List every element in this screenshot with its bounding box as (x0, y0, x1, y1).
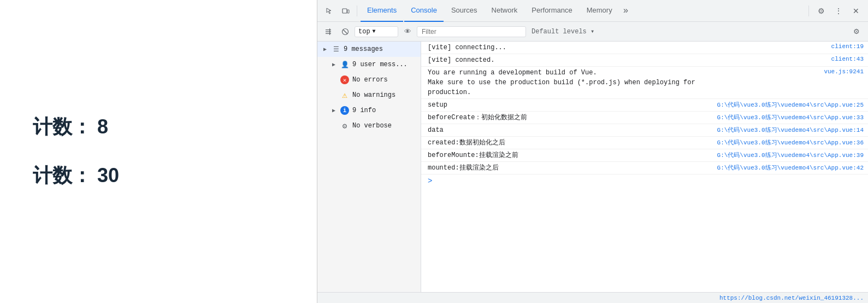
log-message: beforeMounte:挂载渲染之前 (428, 150, 708, 160)
log-source-link[interactable]: client:19 (831, 43, 864, 50)
error-icon: ✕ (340, 75, 349, 84)
log-message: beforeCreate：初始化数据之前 (428, 113, 708, 123)
log-message: You are running a development build of V… (428, 68, 815, 97)
verbose-icon: ⚙ (340, 121, 349, 130)
user-icon: 👤 (340, 60, 349, 69)
svg-rect-4 (326, 33, 331, 33)
log-source-link[interactable]: client:43 (831, 55, 864, 62)
tab-performance[interactable]: Performance (525, 0, 578, 22)
eye-icon[interactable]: 👁 (400, 25, 415, 39)
console-sidebar: ▶ ☰ 9 messages ▶ 👤 9 user mess... ✕ No e… (317, 42, 421, 292)
app-panel: 计数： 8 计数： 30 (0, 0, 317, 303)
sidebar-item-no-errors[interactable]: ✕ No errors (317, 72, 421, 88)
log-entry: You are running a development build of V… (421, 67, 868, 99)
no-arrow (330, 77, 337, 83)
context-selector[interactable]: top ▼ (355, 26, 398, 37)
log-message: mounted:挂载渲染之后 (428, 163, 708, 173)
footer-link[interactable]: https://blog.csdn.net/weixin_46191328... (719, 295, 864, 301)
log-entry: [vite] connecting...client:19 (421, 42, 868, 54)
svg-line-7 (343, 30, 347, 34)
log-entry: mounted:挂载渲染之后G:\代码\vue3.0练习\vuedemo4\sr… (421, 162, 868, 174)
dropdown-arrow-icon: ▼ (373, 28, 376, 34)
svg-rect-2 (326, 30, 331, 30)
more-tabs-button[interactable]: » (620, 0, 632, 22)
tab-network[interactable]: Network (485, 0, 524, 22)
svg-rect-0 (343, 9, 347, 13)
log-entry: created:数据初始化之后G:\代码\vue3.0练习\vuedemo4\s… (421, 137, 868, 149)
sidebar-item-info[interactable]: ▶ i 9 info (317, 103, 421, 118)
cursor-icon[interactable] (322, 3, 337, 19)
tab-sources[interactable]: Sources (445, 0, 484, 22)
close-icon[interactable]: ✕ (848, 3, 864, 19)
default-levels-dropdown[interactable]: Default levels ▾ (528, 26, 598, 37)
log-entry: beforeMounte:挂载渲染之前G:\代码\vue3.0练习\vuedem… (421, 149, 868, 162)
toolbar-divider-2 (808, 5, 809, 16)
log-message: [vite] connected. (428, 55, 823, 65)
no-arrow-2 (330, 92, 337, 98)
settings-icon[interactable]: ⚙ (813, 3, 829, 19)
console-log-area: [vite] connecting...client:19[vite] conn… (421, 42, 868, 292)
devtools-toolbar: Elements Console Sources Network Perform… (317, 0, 868, 22)
count2: 计数： 30 (33, 162, 284, 189)
no-arrow-3 (330, 123, 337, 129)
toolbar-divider-1 (357, 5, 357, 16)
svg-rect-1 (347, 10, 349, 13)
toolbar-right: ⚙ ⋮ ✕ (806, 3, 864, 19)
expand-arrow-icon-2: ▶ (330, 61, 337, 68)
sidebar-item-all-messages[interactable]: ▶ ☰ 9 messages (317, 42, 421, 57)
svg-rect-3 (326, 31, 331, 32)
sidebar-item-user-messages[interactable]: ▶ 👤 9 user mess... (317, 57, 421, 72)
console-settings-icon[interactable]: ⚙ (849, 25, 864, 39)
console-prompt[interactable]: > (421, 174, 868, 188)
log-source-link[interactable]: G:\代码\vue3.0练习\vuedemo4\src\App.vue:39 (717, 150, 864, 159)
block-icon[interactable] (338, 25, 352, 39)
count1: 计数： 8 (33, 114, 284, 141)
sidebar-item-no-warnings[interactable]: ⚠ No warnings (317, 88, 421, 103)
info-icon: i (340, 106, 349, 115)
tab-console[interactable]: Console (404, 0, 444, 22)
log-source-link[interactable]: G:\代码\vue3.0练习\vuedemo4\src\App.vue:42 (717, 163, 864, 172)
log-source-link[interactable]: vue.js:9241 (824, 68, 864, 75)
clear-console-icon[interactable] (322, 25, 336, 39)
more-options-icon[interactable]: ⋮ (831, 3, 846, 19)
devtools-panel: Elements Console Sources Network Perform… (317, 0, 868, 303)
device-toggle-icon[interactable] (338, 3, 353, 19)
expand-arrow-icon-3: ▶ (330, 107, 337, 114)
log-entry: dataG:\代码\vue3.0练习\vuedemo4\src\App.vue:… (421, 124, 868, 137)
devtools-main: ▶ ☰ 9 messages ▶ 👤 9 user mess... ✕ No e… (317, 42, 868, 292)
log-source-link[interactable]: G:\代码\vue3.0练习\vuedemo4\src\App.vue:14 (717, 125, 864, 134)
warning-icon: ⚠ (340, 91, 349, 100)
log-entry: [vite] connected.client:43 (421, 54, 868, 67)
log-source-link[interactable]: G:\代码\vue3.0练习\vuedemo4\src\App.vue:36 (717, 138, 864, 147)
log-message: setup (428, 100, 708, 110)
log-message: data (428, 125, 708, 135)
list-icon: ☰ (332, 45, 340, 54)
tab-memory[interactable]: Memory (580, 0, 619, 22)
log-message: [vite] connecting... (428, 43, 823, 53)
log-source-link[interactable]: G:\代码\vue3.0练习\vuedemo4\src\App.vue:33 (717, 113, 864, 121)
sidebar-item-no-verbose[interactable]: ⚙ No verbose (317, 118, 421, 133)
log-entry: beforeCreate：初始化数据之前G:\代码\vue3.0练习\vuede… (421, 112, 868, 124)
devtools-subtoolbar: top ▼ 👁 Default levels ▾ ⚙ (317, 22, 868, 42)
filter-input[interactable] (417, 26, 526, 37)
svg-rect-5 (329, 28, 330, 35)
expand-arrow-icon: ▶ (322, 46, 328, 53)
log-entry: setupG:\代码\vue3.0练习\vuedemo4\src\App.vue… (421, 99, 868, 112)
log-source-link[interactable]: G:\代码\vue3.0练习\vuedemo4\src\App.vue:25 (717, 100, 864, 109)
log-message: created:数据初始化之后 (428, 138, 708, 148)
tab-elements[interactable]: Elements (361, 0, 403, 22)
devtools-footer: https://blog.csdn.net/weixin_46191328... (317, 292, 868, 303)
